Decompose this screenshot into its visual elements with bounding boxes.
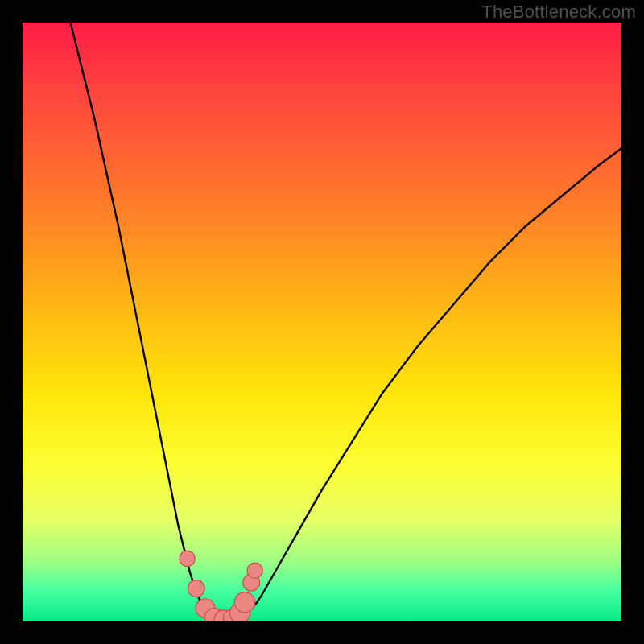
- data-marker-9: [247, 563, 262, 578]
- curve-group: [71, 23, 621, 621]
- data-marker-0: [180, 551, 195, 566]
- curve-left-branch: [71, 23, 215, 619]
- chart-frame: TheBottleneck.com: [0, 0, 644, 644]
- data-marker-7: [234, 592, 254, 613]
- curve-svg: [23, 23, 621, 621]
- watermark-text: TheBottleneck.com: [481, 2, 636, 23]
- curve-right-branch: [238, 148, 621, 619]
- data-marker-1: [188, 580, 204, 597]
- marker-group: [180, 551, 262, 621]
- plot-area: [23, 23, 621, 621]
